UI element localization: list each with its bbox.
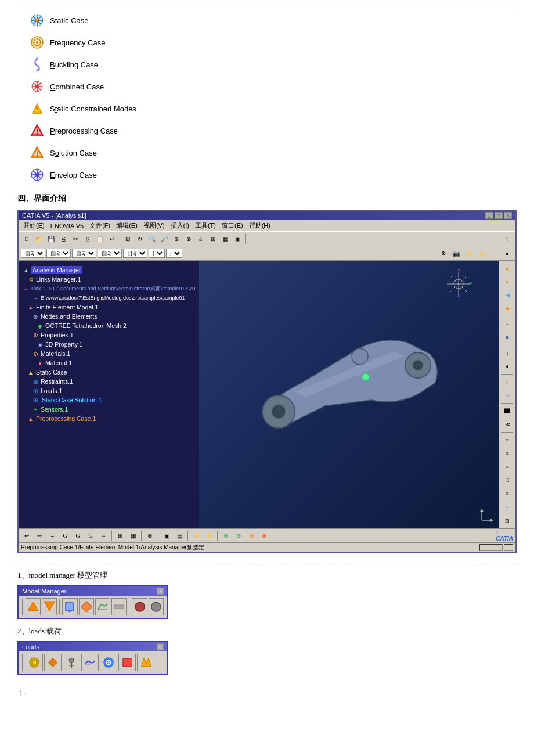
btb-btn1[interactable]: ↩ (21, 530, 33, 542)
tb-new[interactable]: □ (21, 233, 33, 244)
tree-static-case-solution[interactable]: ⊞ Static Case Solution.1 (22, 395, 195, 405)
tree-loads[interactable]: ⊞ Loads.1 (22, 386, 195, 395)
tree-restraints[interactable]: ⊞ Restraints.1 (22, 377, 195, 386)
loads-btn1[interactable] (26, 654, 43, 671)
btb-btn11[interactable]: ▣ (161, 530, 172, 542)
panel-btn-ball[interactable] (132, 598, 147, 615)
tree-analysis-manager[interactable]: ▲ Analysis Manager (22, 265, 195, 275)
tree-materials[interactable]: ⚙ Materials.1 (22, 349, 195, 358)
tree-fem[interactable]: ▲ Finite Element Model.1 (22, 303, 195, 312)
tb-copy[interactable]: ⎘ (82, 233, 93, 244)
btb-btn12[interactable]: ▤ (174, 530, 185, 542)
menu-insert[interactable]: 插入(I) (168, 221, 192, 231)
rtb-btn13[interactable]: ≡ (501, 434, 514, 447)
model-manager-close[interactable]: × (157, 588, 164, 595)
tree-mesh[interactable]: ◆ OCTREE Tetrahedron Mesh.2 (22, 321, 195, 330)
tree-link1[interactable]: → Link.1 -> C:\Documents and Settings\Ad… (22, 284, 195, 293)
tb-param[interactable]: ⚡ (463, 247, 475, 259)
btb-btn16[interactable]: ⊕ (233, 530, 244, 542)
btb-btn5[interactable]: G (72, 530, 84, 542)
tree-links-manager[interactable]: ⚙ Links Manager.1 (22, 275, 195, 284)
tb-snap[interactable]: ⊞ (122, 233, 134, 244)
loads-btn6[interactable] (118, 654, 136, 671)
tb-param2[interactable]: ⚡ (476, 247, 488, 259)
panel-btn-ball2[interactable] (149, 598, 164, 615)
loads-btn4[interactable] (81, 654, 99, 671)
menu-window[interactable]: 窗口(E) (219, 221, 246, 231)
btb-btn15[interactable]: ⊕ (220, 530, 232, 542)
btb-btn9[interactable]: ▦ (127, 530, 139, 542)
tb-save[interactable]: 💾 (45, 233, 57, 244)
tb-open[interactable]: 📂 (33, 233, 45, 244)
menu-edit[interactable]: 编辑(E) (114, 221, 140, 231)
tree-properties[interactable]: ⚙ Properties.1 (22, 330, 195, 340)
menu-start[interactable]: 开始(E) (21, 221, 47, 231)
btb-btn2[interactable]: ↩ (34, 530, 45, 542)
tb-zoom-all[interactable]: ⊗ (183, 233, 194, 244)
panel-btn-mesh2[interactable] (42, 598, 57, 615)
combo-auto4[interactable]: 自动 (98, 249, 122, 258)
tree-material1[interactable]: ● Material.1 (22, 358, 195, 368)
menu-item-static-constrained-modes[interactable]: Static Constrained Modes (29, 100, 517, 117)
tree-preprocessing-case[interactable]: ▲ Preprocessing Case.1 (22, 414, 195, 423)
combo-auto2[interactable]: 自动 (46, 249, 71, 258)
menu-item-solution-case[interactable]: Solution Case (29, 145, 517, 161)
tb-home[interactable]: ⌂ (195, 233, 207, 244)
menu-item-combined-case[interactable]: Combined Case (29, 78, 517, 95)
rtb-btn7[interactable]: ↕ (501, 347, 514, 359)
rtb-btn18[interactable]: ≡ (501, 501, 514, 513)
tb-fit[interactable]: ⊕ (171, 233, 182, 244)
tb-zoom-out[interactable]: 🔎 (158, 233, 170, 244)
tb-zoom-in[interactable]: 🔍 (146, 233, 158, 244)
rtb-btn17[interactable]: ≡ (501, 487, 514, 500)
btb-btn3[interactable]: ⌣ (46, 530, 58, 542)
panel-btn-box[interactable] (62, 598, 77, 615)
btb-btn6[interactable]: G (85, 530, 96, 542)
rtb-btn1[interactable]: ▲ (501, 262, 514, 275)
panel-btn-diamond[interactable] (79, 598, 94, 615)
rtb-btn2[interactable]: ▲ (501, 275, 514, 288)
rtb-btn8[interactable]: ● (501, 360, 514, 373)
panel-btn-surface[interactable] (95, 598, 110, 615)
loads-btn3[interactable] (63, 654, 80, 671)
tb-print[interactable]: 🖨 (57, 233, 69, 244)
menu-item-envelop-case[interactable]: Envelop Case (29, 167, 517, 183)
rtb-btn15[interactable]: ≡ (501, 460, 514, 473)
tb-undo[interactable]: ↩ (106, 233, 118, 244)
tb-camera[interactable]: 📷 (450, 247, 462, 259)
menu-file[interactable]: 文件(F) (87, 221, 113, 231)
loads-btn5[interactable] (100, 654, 117, 671)
menu-item-preprocessing-case[interactable]: Preprocessing Case (29, 123, 517, 139)
menu-tools[interactable]: 工具(T) (193, 221, 218, 231)
panel-btn-mesh1[interactable] (26, 598, 41, 615)
combo-dir2[interactable]: 目录 (149, 249, 165, 258)
btb-btn8[interactable]: ⊞ (114, 530, 126, 542)
tree-nodes[interactable]: ⊕ Nodes and Elements (22, 312, 195, 321)
rtb-btn16[interactable]: □ (501, 474, 514, 487)
tree-static-case[interactable]: ▲ Static Case (22, 368, 195, 377)
btb-btn13[interactable]: ⚡ (190, 530, 202, 542)
minimize-button[interactable]: _ (485, 212, 493, 219)
loads-btn2[interactable] (44, 654, 62, 671)
rtb-btn10[interactable]: ⊙ (501, 389, 514, 402)
btb-btn17[interactable]: ⊕ (246, 530, 257, 542)
rtb-btn9[interactable]: ○ (501, 376, 514, 388)
menu-help[interactable]: 帮助(H) (247, 221, 273, 231)
tree-path1[interactable]: → E:\www\ansdocr7\EstEnglish\estug.doc\s… (22, 293, 195, 303)
panel-btn-flat[interactable] (111, 598, 127, 615)
tb-layout[interactable]: ▦ (219, 233, 231, 244)
tb-rotate[interactable]: ↻ (134, 233, 146, 244)
btb-btn7[interactable]: ↔ (98, 530, 109, 542)
rtb-grid-btn[interactable]: ⊞ (501, 514, 514, 527)
btb-btn18[interactable]: ⊕ (258, 530, 270, 542)
combo-light[interactable]: 光 (166, 249, 182, 258)
tb-grid[interactable]: ⊞ (207, 233, 219, 244)
btb-btn10[interactable]: ⊕ (144, 530, 156, 542)
tree-sensors[interactable]: + Sensors.1 (22, 405, 195, 414)
tb-extra[interactable]: ● (501, 247, 513, 259)
rtb-btn14[interactable]: ≡ (501, 447, 514, 460)
rtb-btn5[interactable]: - (501, 318, 514, 330)
loads-btn7[interactable] (137, 654, 154, 671)
combo-auto1[interactable]: 自动 (21, 249, 45, 258)
combo-dir[interactable]: 目录 (123, 249, 147, 258)
